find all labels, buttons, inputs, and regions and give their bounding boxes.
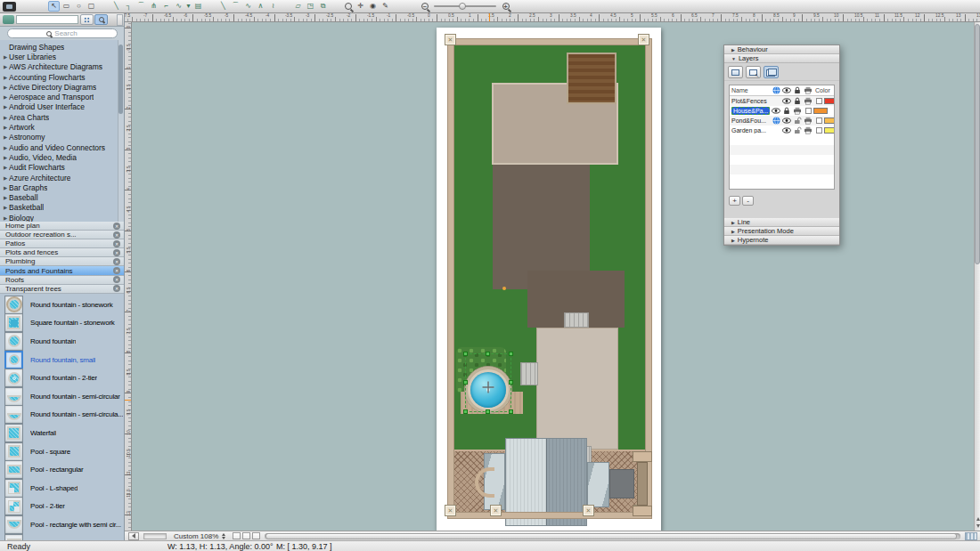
library-item[interactable]: ▶Artwork (0, 122, 124, 132)
scroll-up-button[interactable] (975, 515, 980, 523)
layer-row[interactable]: House&Pa... (730, 106, 834, 116)
pencil-tool[interactable]: ✎ (380, 1, 391, 12)
section-item[interactable]: Ponds and Fountains✕ (0, 266, 124, 275)
presentation-mode-panel-header[interactable]: Presentation Mode (724, 227, 839, 236)
ellipse-tool[interactable]: ○ (73, 1, 85, 12)
behaviour-panel-header[interactable]: Behaviour (724, 45, 839, 54)
combine-tool[interactable]: ⧉ (317, 1, 329, 12)
crop-tool[interactable]: ◳ (305, 1, 316, 12)
library-item[interactable]: Drawing Shapes (0, 42, 124, 52)
library-item[interactable]: ▶Baseball (0, 192, 124, 202)
layers-panel-header[interactable]: Layers (724, 54, 839, 63)
drawing-page[interactable] (437, 28, 661, 531)
curve-connector-tool[interactable]: ∿ (173, 1, 184, 12)
freehand-tool[interactable]: ≀ (267, 1, 279, 12)
zoom-stepper[interactable] (222, 533, 225, 539)
close-icon[interactable]: ✕ (113, 249, 120, 256)
layer-name[interactable]: Garden pa... (731, 127, 771, 134)
library-item[interactable]: ▶Astronomy (0, 133, 124, 142)
grid-view-button[interactable] (80, 14, 94, 25)
zoom-slider-knob[interactable] (459, 3, 466, 10)
library-item[interactable]: ▶Audio, Video, Media (0, 152, 124, 162)
selection-handle[interactable] (509, 380, 513, 385)
shape-item[interactable]: Round fountain - stonework (0, 296, 124, 314)
zoom-tool[interactable] (342, 1, 354, 12)
zoom-slider[interactable] (434, 1, 496, 12)
library-item[interactable]: ▶Azure Architecture (0, 173, 124, 182)
selection-handle[interactable] (486, 409, 490, 414)
select-tool[interactable]: ↖ (48, 1, 60, 12)
library-scrollbar[interactable] (118, 40, 124, 222)
close-icon[interactable]: ✕ (113, 276, 120, 283)
line-panel-header[interactable]: Line (724, 218, 839, 227)
library-item[interactable]: ▶Area Charts (0, 112, 124, 122)
tree-connector-tool[interactable]: ⋔ (148, 1, 159, 12)
shape-item[interactable]: Pool - L-shaped (0, 479, 124, 498)
globe-icon[interactable] (771, 116, 781, 126)
wooden-deck[interactable] (567, 53, 617, 104)
shape-item[interactable]: Round fountain - semi-circula... (0, 406, 124, 425)
visibility-toggle[interactable] (781, 126, 792, 135)
section-item[interactable]: Home plan✕ (0, 222, 124, 231)
polyline-tool[interactable]: ∧ (255, 1, 266, 12)
vertical-scrollbar-thumb[interactable] (975, 24, 980, 264)
zoom-in-button[interactable]: + (500, 1, 511, 12)
print-toggle[interactable] (803, 116, 813, 126)
text-tool[interactable]: ▤ (192, 1, 204, 12)
gate-post[interactable] (633, 451, 652, 462)
selection-handle[interactable] (509, 409, 513, 414)
marker-dot[interactable] (502, 287, 506, 290)
prev-page-button[interactable] (128, 532, 139, 540)
shape-item[interactable]: Square fountain - stonework (0, 314, 124, 333)
selection-box[interactable] (465, 353, 511, 412)
page-field[interactable] (143, 533, 167, 539)
layer-color-swatch[interactable] (824, 98, 835, 104)
close-icon[interactable]: ✕ (113, 267, 120, 274)
section-item[interactable]: Plumbing✕ (0, 257, 124, 266)
library-item[interactable]: ▶Basketball (0, 203, 124, 213)
hypernote-panel-header[interactable]: Hypernote (724, 236, 839, 245)
visibility-toggle[interactable] (781, 116, 792, 126)
direct-connector-tool[interactable]: ╲ (110, 1, 122, 12)
reshape-tool[interactable]: ▱ (292, 1, 304, 12)
remove-layer-button[interactable]: - (742, 196, 754, 206)
unlock-toggle[interactable] (792, 116, 803, 126)
layer-row[interactable]: Plot&Fences (730, 96, 834, 106)
layer-color-swatch[interactable] (813, 108, 828, 114)
fence-right[interactable] (645, 38, 652, 519)
selection-handle[interactable] (463, 380, 468, 385)
rectangle-tool[interactable]: ▭ (61, 1, 72, 12)
right-wing-roof[interactable] (587, 462, 609, 507)
search-input[interactable]: Search (7, 28, 118, 38)
library-item[interactable]: ▶User Libraries (0, 52, 124, 61)
selection-handle[interactable] (463, 409, 468, 414)
fence-post[interactable] (583, 505, 594, 516)
library-filter-input[interactable] (16, 15, 78, 24)
layer-checkbox[interactable] (805, 108, 812, 114)
layer-row[interactable]: Garden pa... (730, 126, 834, 135)
page-button[interactable] (242, 532, 250, 539)
rounded-rectangle-tool[interactable]: ▢ (86, 1, 97, 12)
gate[interactable] (637, 462, 648, 506)
resize-grip[interactable] (965, 532, 977, 540)
shape-item[interactable]: Round fountain, small (0, 351, 124, 369)
shape-item[interactable]: Pool - adjacent semicircles (0, 534, 124, 540)
layer-name[interactable]: House&Pa... (731, 107, 770, 115)
scroll-down-button[interactable] (975, 523, 980, 530)
library-item[interactable]: ▶Android User Interface (0, 102, 124, 112)
library-item[interactable]: ▶Active Directory Diagrams (0, 82, 124, 92)
window-widget[interactable] (3, 2, 16, 12)
gate-post[interactable] (633, 506, 652, 516)
line-tool[interactable]: ╲ (217, 1, 229, 12)
shape-item[interactable]: Pool - square (0, 442, 124, 461)
close-icon[interactable]: ✕ (113, 285, 120, 292)
house-footprint[interactable] (536, 328, 618, 450)
add-layer-button[interactable]: + (729, 196, 740, 206)
fence-post[interactable] (445, 34, 456, 45)
shape-item[interactable]: Pool - rectangle with semi cir... (0, 515, 124, 534)
shape-item[interactable]: Pool - 2-tier (0, 498, 124, 516)
layer-name[interactable]: Pond&Fou... (731, 117, 771, 124)
print-toggle[interactable] (803, 96, 813, 106)
library-item[interactable]: ▶Aerospace and Transport (0, 92, 124, 101)
sidebar-collapse-button[interactable] (117, 14, 123, 26)
